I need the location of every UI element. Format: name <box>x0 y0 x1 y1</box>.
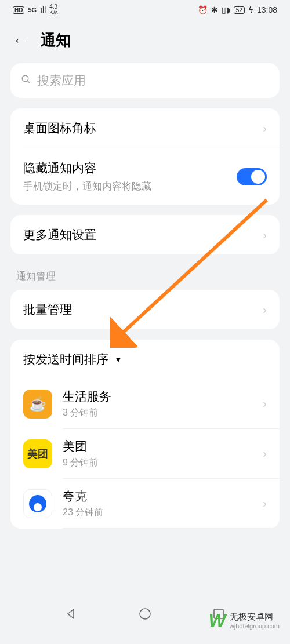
chevron-right-icon: › <box>263 497 267 510</box>
app-row-life-service[interactable]: ☕ 生活服务 3 分钟前 › <box>10 379 280 428</box>
svg-point-0 <box>22 75 28 82</box>
network-speed: 4.3K/s <box>49 4 57 16</box>
chevron-right-icon: › <box>263 447 267 460</box>
chevron-right-icon: › <box>263 397 267 410</box>
charging-icon: ϟ <box>248 5 253 14</box>
section-label: 通知管理 <box>0 254 290 288</box>
nav-home-button[interactable] <box>138 607 152 621</box>
svg-line-1 <box>27 81 30 83</box>
dropdown-icon: ▼ <box>114 355 122 364</box>
nav-back-button[interactable] <box>64 607 78 621</box>
network-type: 5G <box>28 6 37 13</box>
svg-point-4 <box>140 609 150 619</box>
search-input[interactable]: 搜索应用 <box>10 63 280 98</box>
app-row-quark[interactable]: 夸克 23 分钟前 › <box>10 479 280 528</box>
watermark-logo-icon: W <box>209 610 226 631</box>
hide-content-toggle[interactable] <box>237 168 267 185</box>
alarm-icon: ⏰ <box>198 5 208 14</box>
row-more-settings[interactable]: 更多通知设置 › <box>10 215 280 254</box>
row-badge[interactable]: 桌面图标角标 › <box>10 108 280 148</box>
chevron-right-icon: › <box>263 122 267 135</box>
app-row-meituan[interactable]: 美团 美团 9 分钟前 › <box>10 429 280 478</box>
status-bar: HD 5G ıll 4.3K/s ⏰ ✱ ▯◗ 52 ϟ 13:08 <box>0 0 290 20</box>
app-icon-meituan: 美团 <box>23 439 52 468</box>
search-placeholder: 搜索应用 <box>37 72 86 89</box>
row-hide-content[interactable]: 隐藏通知内容 手机锁定时，通知内容将隐藏 <box>10 148 280 205</box>
watermark: W 无极安卓网 wjhotelgroup.com <box>209 610 280 631</box>
back-button[interactable]: ← <box>13 31 28 49</box>
vibrate-icon: ▯◗ <box>222 5 230 14</box>
battery-icon: 52 <box>234 6 245 14</box>
app-icon-life-service: ☕ <box>23 390 52 419</box>
page-title: 通知 <box>41 30 71 50</box>
search-icon <box>21 74 31 88</box>
chevron-right-icon: › <box>263 228 267 242</box>
bluetooth-icon: ✱ <box>211 5 218 14</box>
signal-icon: ıll <box>40 5 46 14</box>
sort-dropdown[interactable]: 按发送时间排序 ▼ <box>10 340 280 379</box>
app-icon-quark <box>23 489 52 518</box>
hd-icon: HD <box>13 6 24 14</box>
chevron-right-icon: › <box>263 303 267 316</box>
clock-time: 13:08 <box>257 5 277 14</box>
page-header: ← 通知 <box>0 20 290 63</box>
row-batch-manage[interactable]: 批量管理 › <box>10 290 280 329</box>
